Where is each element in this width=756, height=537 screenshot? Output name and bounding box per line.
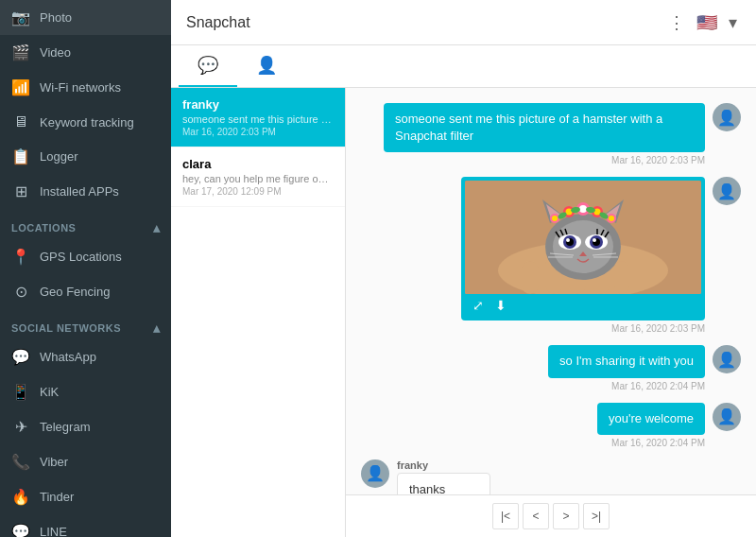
avatar: 👤	[713, 177, 741, 205]
sidebar-item-label: Viber	[40, 455, 68, 469]
person-icon: 👤	[717, 351, 736, 369]
prev-page-button[interactable]: <	[523, 503, 549, 529]
section-social-label: SOCIAL NETWORKS	[11, 322, 121, 334]
gps-icon: 📍	[11, 248, 30, 266]
sidebar-item-telegram[interactable]: ✈ Telegram	[0, 409, 171, 444]
sidebar-item-label: Geo Fencing	[40, 285, 110, 299]
cat-image	[465, 181, 701, 294]
message-row: 👤 franky thanks Mar 16, 2020 2:05 PM	[361, 459, 741, 494]
avatar: 👤	[361, 459, 389, 488]
person-icon: 👤	[717, 109, 736, 127]
download-button[interactable]: ⬇	[495, 298, 507, 313]
sidebar-item-video[interactable]: 🎬 Video	[0, 35, 171, 70]
section-locations[interactable]: LOCATIONS ▴	[0, 213, 171, 239]
convo-time: Mar 16, 2020 2:03 PM	[182, 127, 334, 137]
header-actions: ⋮ 🇺🇸 ▾	[664, 9, 741, 37]
first-page-button[interactable]: |<	[492, 503, 519, 529]
photo-icon: 📷	[11, 9, 30, 26]
sidebar-item-kik[interactable]: 📱 KiK	[0, 374, 171, 409]
message-bubble: so I'm sharing it with you	[548, 345, 705, 377]
convo-name: clara	[182, 157, 334, 171]
kik-icon: 📱	[11, 383, 30, 401]
sidebar-item-logger[interactable]: 📋 Logger	[0, 139, 171, 174]
tinder-icon: 🔥	[11, 488, 30, 506]
message-row: you're welcome Mar 16, 2020 2:04 PM 👤	[361, 403, 741, 448]
message-bubble-group: someone sent me this picture of a hamste…	[384, 103, 705, 165]
sidebar-item-line[interactable]: 💬 LINE	[0, 514, 171, 537]
image-bubble: ⤢ ⬇	[461, 177, 705, 320]
svg-point-37	[579, 205, 587, 213]
tabs-row: 💬 👤	[171, 45, 756, 88]
sidebar-item-geofencing[interactable]: ⊙ Geo Fencing	[0, 274, 171, 309]
svg-rect-2	[522, 261, 539, 294]
message-row: someone sent me this picture of a hamste…	[361, 103, 741, 165]
convo-preview: someone sent me this picture of a h...	[182, 113, 334, 125]
keyword-icon: 🖥	[11, 113, 30, 130]
message-bubble: you're welcome	[597, 403, 705, 435]
svg-point-16	[566, 238, 570, 242]
message-sender: franky	[397, 459, 490, 471]
person-icon: 👤	[717, 182, 736, 200]
flag-dropdown-button[interactable]: ▾	[725, 9, 741, 37]
sidebar-item-label: Wi-Fi networks	[40, 80, 121, 95]
section-social[interactable]: SOCIAL NETWORKS ▴	[0, 313, 171, 339]
tab-chat[interactable]: 💬	[179, 45, 237, 87]
next-page-button[interactable]: >	[553, 503, 579, 529]
section-locations-label: LOCATIONS	[11, 222, 76, 234]
sidebar-item-label: Photo	[40, 10, 72, 25]
sidebar-item-label: Installed APPs	[40, 184, 119, 199]
avatar: 👤	[713, 345, 741, 373]
whatsapp-icon: 💬	[11, 348, 30, 366]
message-bubble-group: ⤢ ⬇ Mar 16, 2020 2:03 PM	[461, 177, 705, 334]
sidebar-item-label: Logger	[40, 149, 77, 164]
sidebar-item-tinder[interactable]: 🔥 Tinder	[0, 479, 171, 514]
svg-point-33	[552, 216, 558, 221]
flag-icon: 🇺🇸	[696, 12, 717, 33]
sidebar-item-label: Video	[40, 45, 71, 60]
main-panel: Snapchat ⋮ 🇺🇸 ▾ 💬 👤 franky someone sent …	[171, 0, 756, 537]
wifi-icon: 📶	[11, 78, 30, 96]
sidebar: 📷 Photo 🎬 Video 📶 Wi-Fi networks 🖥 Keywo…	[0, 0, 171, 537]
message-time: Mar 16, 2020 2:04 PM	[611, 438, 705, 448]
more-options-button[interactable]: ⋮	[664, 9, 689, 37]
message-time: Mar 16, 2020 2:03 PM	[611, 323, 705, 334]
convo-preview: hey, can you help me figure out what t..…	[182, 173, 334, 184]
conversation-list: franky someone sent me this picture of a…	[171, 88, 346, 537]
conversation-item-clara[interactable]: clara hey, can you help me figure out wh…	[171, 147, 345, 207]
conversation-item-franky[interactable]: franky someone sent me this picture of a…	[171, 88, 345, 147]
telegram-icon: ✈	[11, 418, 30, 436]
chevron-up-icon: ▴	[153, 320, 161, 336]
sidebar-item-label: Keyword tracking	[40, 115, 134, 130]
chevron-up-icon: ▴	[153, 220, 161, 235]
sidebar-item-label: Telegram	[40, 420, 90, 434]
message-bubble: someone sent me this picture of a hamste…	[384, 103, 705, 152]
sidebar-item-keyword[interactable]: 🖥 Keyword tracking	[0, 105, 171, 139]
sidebar-item-gps[interactable]: 📍 GPS Locations	[0, 239, 171, 274]
avatar: 👤	[713, 103, 741, 131]
pagination: |< < > >|	[346, 494, 756, 537]
messages-area: someone sent me this picture of a hamste…	[346, 88, 756, 494]
person-icon: 👤	[366, 464, 385, 482]
content-area: franky someone sent me this picture of a…	[171, 88, 756, 537]
avatar: 👤	[713, 403, 741, 431]
viber-icon: 📞	[11, 453, 30, 471]
sidebar-item-whatsapp[interactable]: 💬 WhatsApp	[0, 339, 171, 374]
sidebar-item-apps[interactable]: ⊞ Installed APPs	[0, 174, 171, 209]
expand-button[interactable]: ⤢	[472, 298, 484, 313]
sidebar-item-viber[interactable]: 📞 Viber	[0, 444, 171, 479]
svg-point-41	[609, 216, 614, 221]
sidebar-item-wifi[interactable]: 📶 Wi-Fi networks	[0, 70, 171, 105]
sidebar-item-label: GPS Locations	[40, 250, 122, 264]
tab-contacts[interactable]: 👤	[237, 45, 296, 87]
page-title: Snapchat	[186, 14, 250, 31]
message-time: Mar 16, 2020 2:03 PM	[611, 155, 705, 165]
sidebar-item-label: LINE	[40, 525, 67, 537]
svg-point-23	[593, 238, 596, 242]
main-header: Snapchat ⋮ 🇺🇸 ▾	[171, 0, 756, 45]
last-page-button[interactable]: >|	[583, 503, 610, 529]
svg-rect-6	[614, 261, 629, 294]
line-icon: 💬	[11, 523, 30, 537]
message-row-image: ⤢ ⬇ Mar 16, 2020 2:03 PM 👤	[361, 177, 741, 334]
sidebar-item-photo[interactable]: 📷 Photo	[0, 0, 171, 35]
sidebar-item-label: KiK	[40, 385, 59, 399]
